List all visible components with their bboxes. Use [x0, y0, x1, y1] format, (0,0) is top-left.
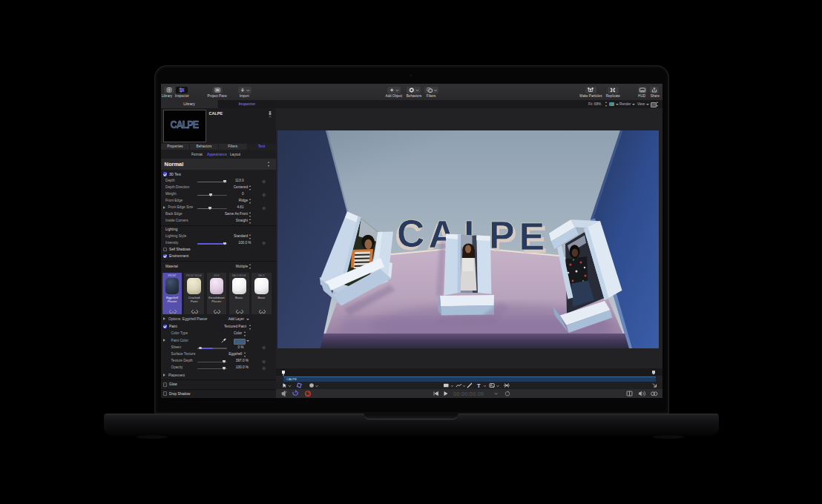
svg-text:P: P [489, 213, 515, 256]
svg-text:C: C [397, 212, 425, 255]
svg-text:T: T [477, 382, 481, 388]
svg-text:E: E [519, 215, 545, 258]
svg-text:00:00:00.00: 00:00:00.00 [453, 391, 484, 397]
